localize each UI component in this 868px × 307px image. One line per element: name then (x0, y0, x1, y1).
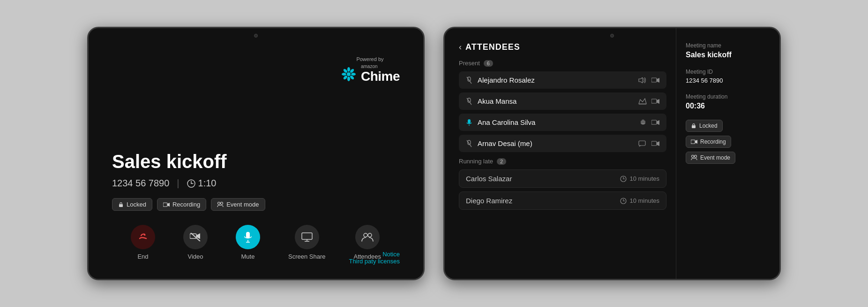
attendee-name-ana: Ana Carolina Silva (478, 118, 635, 126)
badge-event-mode-label: Event mode (226, 201, 259, 208)
third-party-link[interactable]: Third paty licenses (349, 258, 400, 265)
screenshare-label: Screen Share (288, 253, 326, 260)
left-tablet: Powered by amazon (87, 27, 425, 280)
meeting-id-label-right: Meeting ID (686, 69, 770, 75)
video-label: Video (187, 253, 203, 260)
clock-icon-carlos (620, 176, 627, 182)
attendee-name-alejandro: Alejandro Rosalez (478, 76, 634, 84)
meeting-id-value-right: 1234 56 7890 (686, 77, 770, 84)
video-icon-arnav (651, 141, 660, 146)
status-badges-right: Locked Recording (686, 120, 770, 164)
attendee-icons-akua (638, 98, 660, 105)
screenshare-button[interactable]: Screen Share (288, 225, 326, 260)
powered-by-label: Powered by (356, 56, 383, 62)
attendees-panel: ‹ ATTENDEES Present 6 Alejandro Rosalez (445, 28, 676, 279)
late-row-diego: Diego Ramirez 10 minutes (459, 192, 666, 210)
back-arrow-icon[interactable]: ‹ (459, 42, 462, 52)
chat-icon-arnav (638, 140, 647, 147)
screenshare-icon (301, 232, 313, 242)
meeting-name-group: Meeting name Sales kickoff (686, 42, 770, 59)
lock-icon-right (691, 123, 696, 129)
svg-marker-31 (639, 77, 643, 83)
video-button[interactable]: Video (183, 225, 208, 260)
late-name-carlos: Carlos Salazar (466, 175, 615, 183)
attendees-icon (361, 232, 374, 242)
svg-rect-13 (163, 203, 167, 207)
late-row-carlos: Carlos Salazar 10 minutes (459, 169, 666, 188)
meeting-id: 1234 56 7890 (112, 178, 169, 189)
svg-point-2 (349, 68, 354, 73)
end-icon-bg (131, 225, 155, 249)
duration-display: 1:10 (187, 178, 217, 189)
late-time-value-diego: 10 minutes (629, 197, 659, 204)
hand-icon-ana (639, 119, 647, 126)
camera-dot-left (254, 34, 258, 38)
left-content: Powered by amazon (89, 28, 423, 279)
svg-rect-21 (246, 232, 250, 238)
svg-point-28 (368, 233, 372, 237)
running-late-label: Running late (459, 158, 493, 165)
duration-value: 1:10 (198, 178, 217, 189)
late-name-diego: Diego Ramirez (466, 197, 615, 205)
svg-rect-56 (692, 125, 696, 128)
svg-rect-32 (651, 78, 657, 82)
mic-muted-icon-akua (465, 98, 473, 105)
present-label: Present (459, 60, 480, 67)
attendee-icons-arnav (638, 140, 660, 147)
svg-rect-57 (691, 140, 695, 144)
end-button[interactable]: End (131, 225, 155, 260)
crown-icon-akua (638, 98, 647, 105)
svg-point-60 (695, 155, 697, 158)
mute-button[interactable]: Mute (236, 225, 260, 260)
svg-rect-24 (302, 233, 312, 239)
separator: | (177, 178, 179, 189)
record-icon-right (691, 139, 697, 144)
svg-point-1 (347, 67, 350, 72)
present-section-label: Present 6 (459, 60, 666, 67)
meeting-name-value: Sales kickoff (686, 51, 770, 59)
chime-logo-area: Powered by amazon (340, 56, 400, 84)
badge-event-mode: Event mode (211, 198, 265, 211)
badge-locked: Locked (112, 198, 152, 211)
badge-right-recording: Recording (686, 136, 731, 148)
mute-icon-bg (236, 225, 260, 249)
badge-recording-label: Recording (172, 201, 200, 208)
mic-active-icon-ana (465, 119, 473, 126)
meeting-title: Sales kickoff (112, 151, 400, 172)
svg-rect-48 (651, 141, 657, 146)
svg-marker-39 (657, 99, 659, 104)
video-icon-ana (651, 120, 660, 125)
end-label: End (137, 253, 148, 260)
badge-locked-label: Locked (127, 201, 146, 208)
running-late-section-label: Running late 2 (459, 158, 666, 165)
attendee-name-akua: Akua Mansa (478, 97, 634, 105)
svg-point-7 (342, 73, 346, 76)
attendee-row-ana: Ana Carolina Silva (459, 114, 666, 131)
meeting-duration-label: Meeting duration (686, 93, 770, 100)
video-off-icon (190, 233, 201, 241)
meeting-id-row: 1234 56 7890 | 1:10 (112, 178, 400, 189)
attendees-icon-bg (355, 225, 380, 249)
attendee-row-alejandro: Alejandro Rosalez (459, 71, 666, 89)
record-icon (163, 202, 170, 207)
svg-rect-38 (651, 99, 657, 103)
chime-text-group: amazon Chime (361, 64, 400, 84)
chime-logo: amazon Chime (340, 64, 400, 84)
running-late-count: 2 (497, 158, 506, 165)
svg-marker-14 (167, 203, 170, 207)
chime-label: Chime (361, 69, 400, 84)
svg-marker-36 (639, 99, 646, 104)
attendee-icons-alejandro (638, 77, 660, 83)
clock-icon (187, 179, 195, 188)
attendee-name-arnav: Arnav Desai (me) (478, 139, 634, 147)
clock-icon-diego (620, 198, 627, 204)
screenshare-icon-bg (295, 225, 319, 249)
mute-label: Mute (241, 253, 255, 260)
notice-link[interactable]: Notice (349, 251, 400, 258)
attendee-row-arnav: Arnav Desai (me) (459, 135, 666, 152)
status-badges-left: Locked Recording (112, 198, 400, 211)
speaker-icon-alejandro (638, 77, 647, 83)
svg-marker-33 (657, 78, 659, 83)
svg-point-15 (218, 202, 220, 204)
late-time-value-carlos: 10 minutes (629, 175, 659, 182)
